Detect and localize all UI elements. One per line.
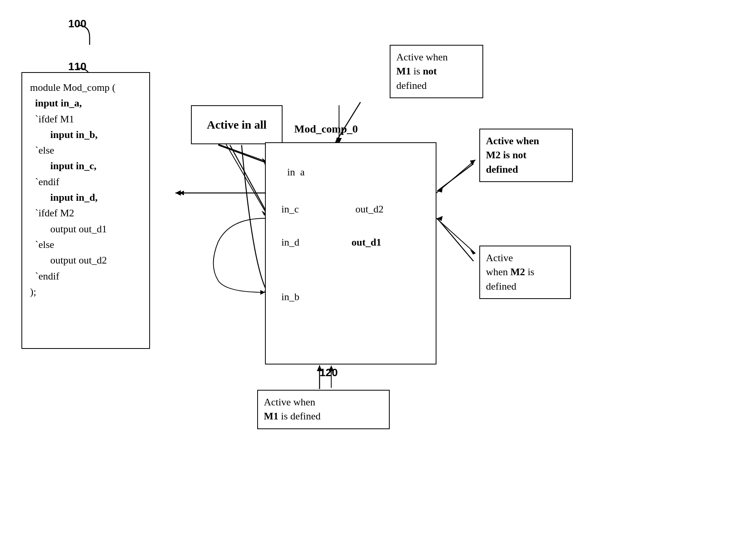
annotation-m1-defined: Active whenM1 is defined <box>257 390 390 429</box>
svg-marker-25 <box>437 216 443 221</box>
annotation-m2-not-defined: Active whenM2 is notdefined <box>479 129 573 182</box>
code-line-1: module Mod_comp ( <box>30 80 141 96</box>
svg-line-2 <box>226 144 267 214</box>
annotation-m1-defined-text: Active whenM1 is defined <box>264 396 321 422</box>
mod-comp-title: Mod_comp_0 <box>294 123 358 135</box>
code-box: module Mod_comp ( input in_a, `ifdef M1 … <box>21 72 150 349</box>
svg-line-22 <box>437 164 473 191</box>
svg-marker-7 <box>470 160 475 165</box>
port-out-d1: out_d1 <box>352 237 382 248</box>
annotation-m1-not-defined: Active whenM1 is notdefined <box>390 45 483 98</box>
svg-line-6 <box>436 160 475 193</box>
annotation-m2-not-defined-text: Active whenM2 is notdefined <box>486 135 539 175</box>
code-line-3: `ifdef M1 <box>30 111 141 127</box>
annotation-m1-not-defined-text: Active whenM1 is notdefined <box>396 51 448 91</box>
active-in-all-label: Active in all <box>207 118 267 131</box>
code-line-9: `ifdef M2 <box>30 205 141 221</box>
annotation-m2-defined-text: Activewhen M2 isdefined <box>486 252 534 292</box>
ref-110: 110 <box>68 60 87 73</box>
code-line-13: `endif <box>30 269 141 284</box>
svg-marker-4 <box>179 191 184 195</box>
port-in-a: in a <box>287 166 305 178</box>
svg-line-17 <box>230 145 269 216</box>
port-out-d2: out_d2 <box>355 203 383 215</box>
code-line-7: `endif <box>30 174 141 190</box>
diagram-container: 100 110 module Mod_comp ( input in_a, `i… <box>0 0 756 559</box>
code-line-4: input in_b, <box>30 127 141 143</box>
svg-line-0 <box>218 144 267 162</box>
mod-comp-box: in a in_c out_d2 in_d out_d1 in_b <box>265 142 436 364</box>
ref-120: 120 <box>320 366 338 379</box>
code-line-10: output out_d1 <box>30 221 141 237</box>
code-line-6: input in_c, <box>30 158 141 174</box>
port-in-c: in_c <box>281 203 299 215</box>
code-line-8: input in_d, <box>30 190 141 205</box>
code-line-11: `else <box>30 237 141 253</box>
svg-line-15 <box>218 145 269 164</box>
svg-marker-5 <box>260 290 265 295</box>
svg-line-24 <box>437 218 473 261</box>
svg-line-8 <box>436 218 475 253</box>
port-in-d: in_d <box>281 237 299 248</box>
active-in-all-box: Active in all <box>191 105 283 144</box>
code-line-12: output out_d2 <box>30 253 141 268</box>
code-line-14: ); <box>30 284 141 300</box>
ref-100: 100 <box>68 18 87 30</box>
svg-marker-23 <box>437 188 443 193</box>
svg-marker-9 <box>470 249 475 255</box>
code-line-5: `else <box>30 143 141 158</box>
annotation-m2-defined: Activewhen M2 isdefined <box>479 246 571 299</box>
port-in-b: in_b <box>281 291 299 303</box>
svg-marker-21 <box>175 190 181 196</box>
code-line-2: input in_a, <box>30 96 141 111</box>
